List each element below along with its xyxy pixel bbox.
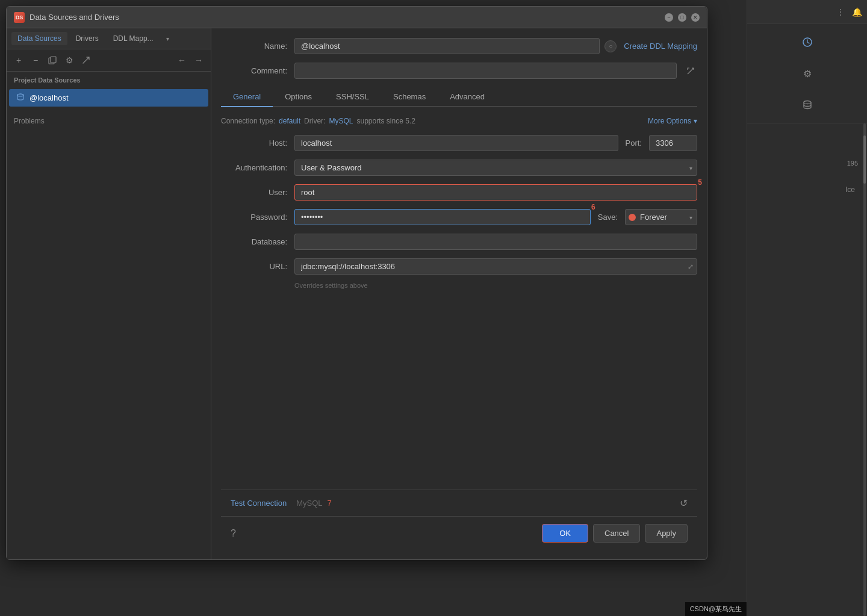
comment-row: Comment:	[221, 63, 697, 79]
svg-rect-1	[51, 57, 56, 63]
url-row: URL: ⤢	[221, 258, 697, 275]
comment-input[interactable]	[294, 63, 677, 79]
action-buttons-row: ? OK Cancel Apply	[221, 516, 697, 550]
nav-back-button[interactable]: ←	[175, 53, 189, 67]
comment-expand-button[interactable]	[684, 64, 697, 78]
connection-info: Connection type: default Driver: MySQL s…	[221, 117, 697, 125]
sidebar-scrollbar-thumb	[863, 135, 866, 184]
name-circle-button[interactable]: ○	[604, 40, 617, 52]
driver-info: supports since 5.2	[356, 117, 415, 125]
host-label: Host:	[221, 138, 287, 148]
driver-link[interactable]: MySQL	[329, 117, 353, 125]
url-expand-button[interactable]: ⤢	[688, 263, 694, 271]
dialog-body: Data Sources Drivers DDL Mapp... ▾ + − ⚙	[7, 28, 707, 559]
section-header: Project Data Sources	[7, 72, 211, 89]
tab-general[interactable]: General	[221, 87, 273, 107]
database-input[interactable]	[294, 234, 697, 250]
dialog-titlebar: DS Data Sources and Drivers − □ ✕	[7, 7, 707, 28]
add-button[interactable]: +	[11, 53, 26, 67]
more-options-button[interactable]: More Options ▾	[648, 117, 697, 125]
apply-button[interactable]: Apply	[645, 524, 688, 543]
ok-button[interactable]: OK	[542, 524, 588, 543]
cancel-button[interactable]: Cancel	[593, 524, 640, 543]
sidebar-content: 195 Ice	[747, 123, 867, 616]
help-icon[interactable]: ?	[231, 528, 236, 539]
tab-ssh-ssl[interactable]: SSH/SSL	[324, 87, 381, 107]
password-input[interactable]	[294, 209, 591, 225]
tab-options[interactable]: Options	[273, 87, 324, 107]
driver-label: Driver:	[304, 117, 325, 125]
problems-section: Problems	[7, 112, 211, 130]
sidebar-menu-icon[interactable]: ⋮	[836, 7, 845, 17]
tab-data-sources[interactable]: Data Sources	[11, 32, 67, 45]
auth-select[interactable]: User & Password No auth LDAP	[294, 160, 697, 176]
name-input[interactable]	[294, 38, 600, 54]
url-input[interactable]	[294, 258, 697, 275]
user-label: User:	[221, 188, 287, 197]
create-ddl-link[interactable]: Create DDL Mapping	[624, 42, 697, 51]
name-label: Name:	[221, 42, 287, 51]
remove-button[interactable]: −	[28, 53, 43, 67]
content-spacer	[221, 289, 697, 490]
maximize-button[interactable]: □	[678, 13, 686, 22]
settings-button[interactable]: ⚙	[62, 53, 76, 67]
test-connection-link[interactable]: Test Connection	[231, 499, 287, 508]
data-sources-dialog: DS Data Sources and Drivers − □ ✕ Data S…	[6, 6, 707, 560]
sidebar-scrollbar[interactable]	[863, 123, 866, 616]
tab-drivers[interactable]: Drivers	[70, 32, 105, 45]
dialog-title: Data Sources and Drivers	[30, 13, 665, 22]
tab-dropdown[interactable]: ▾	[162, 33, 174, 45]
auth-select-wrapper: User & Password No auth LDAP ▾	[294, 160, 697, 176]
sidebar-gear-icon[interactable]: ⚙	[797, 63, 818, 84]
auth-row: Authentication: User & Password No auth …	[221, 160, 697, 176]
database-label: Database:	[221, 237, 287, 246]
refresh-button[interactable]: ↺	[680, 497, 688, 509]
nav-arrows: ← →	[175, 53, 206, 67]
footer-step-num: 7	[328, 499, 332, 508]
port-label: Port:	[626, 138, 642, 148]
password-label: Password:	[221, 213, 287, 222]
user-input[interactable]	[294, 184, 697, 201]
minimize-button[interactable]: −	[665, 13, 673, 22]
save-select[interactable]: Forever Until restart Never	[625, 209, 697, 225]
host-input[interactable]	[294, 135, 618, 151]
left-panel: Data Sources Drivers DDL Mapp... ▾ + − ⚙	[7, 28, 211, 559]
close-button[interactable]: ✕	[691, 13, 700, 22]
url-note: Overrides settings above	[221, 282, 697, 289]
config-tabs: General Options SSH/SSL Schemas Advanced	[221, 87, 697, 107]
export-button[interactable]	[79, 53, 93, 67]
port-input[interactable]	[649, 135, 697, 151]
sidebar-db-icon[interactable]	[797, 94, 818, 116]
user-row: User: 5	[221, 184, 697, 201]
csdn-watermark: CSDN@某鸟先生	[685, 602, 747, 616]
tab-schemas[interactable]: Schemas	[381, 87, 438, 107]
right-sidebar: ⋮ 🔔 ⚙ 195 Ice	[747, 0, 867, 616]
toolbar: + − ⚙ ← →	[7, 49, 211, 72]
nav-forward-button[interactable]: →	[191, 53, 206, 67]
url-input-wrapper: ⤢	[294, 258, 697, 275]
database-icon	[16, 93, 25, 103]
tree-item-label: @localhost	[30, 93, 69, 102]
sidebar-top-bar: ⋮ 🔔	[747, 0, 867, 24]
database-row: Database:	[221, 234, 697, 250]
connection-type-link[interactable]: default	[279, 117, 300, 125]
svg-point-4	[804, 101, 811, 104]
save-label: Save:	[598, 213, 618, 222]
password-row: Password: 6 Save: Forever Until restart …	[221, 209, 697, 225]
password-input-wrapper: 6	[294, 209, 591, 225]
sidebar-source-icon[interactable]	[797, 31, 818, 53]
tab-advanced[interactable]: Advanced	[438, 87, 497, 107]
host-port-row: Host: Port:	[221, 135, 697, 151]
auth-label: Authentication:	[221, 163, 287, 172]
copy-button[interactable]	[45, 53, 60, 67]
url-label: URL:	[221, 262, 287, 271]
sidebar-nav: ⚙	[747, 24, 867, 123]
password-step-badge: 6	[591, 203, 595, 211]
tab-bar: Data Sources Drivers DDL Mapp... ▾	[7, 28, 211, 49]
sidebar-ice-label: Ice	[845, 185, 855, 194]
tree-item-localhost[interactable]: @localhost	[9, 89, 208, 107]
dialog-footer: Test Connection MySQL 7 ↺	[221, 490, 697, 516]
name-row: Name: ○ Create DDL Mapping	[221, 38, 697, 54]
tab-ddl-mapping[interactable]: DDL Mapp...	[107, 32, 160, 45]
sidebar-bell-icon[interactable]: 🔔	[852, 7, 862, 17]
